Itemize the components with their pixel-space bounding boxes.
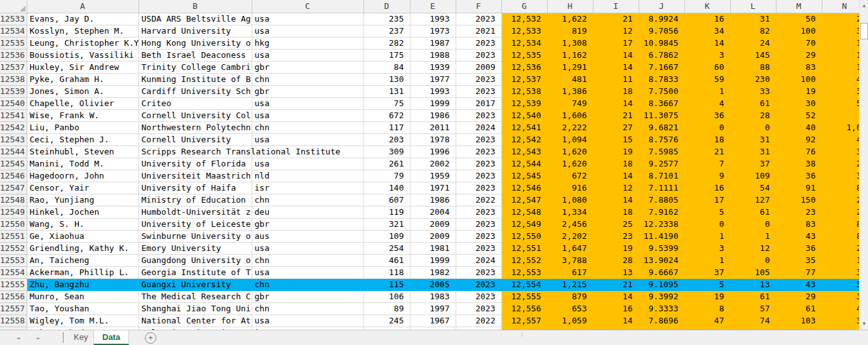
cell[interactable]: 60 bbox=[684, 61, 730, 73]
cell[interactable]: 309 bbox=[363, 145, 410, 158]
cell[interactable]: 5 bbox=[684, 278, 730, 290]
cell[interactable]: 2023 bbox=[456, 13, 501, 25]
cell[interactable]: 109 bbox=[363, 230, 410, 242]
cell[interactable]: isr bbox=[252, 182, 363, 194]
cell[interactable]: 607 bbox=[363, 194, 410, 206]
cell[interactable]: Humboldt-Universität z bbox=[139, 206, 252, 218]
tab-data[interactable]: Data bbox=[93, 330, 129, 345]
cell[interactable]: Munro, Sean bbox=[27, 290, 139, 302]
cell[interactable]: 4 bbox=[822, 73, 859, 85]
cell[interactable]: 83 bbox=[776, 218, 822, 230]
cell[interactable]: gbr bbox=[252, 85, 363, 97]
sheet-nav-right-icon[interactable]: ► bbox=[37, 334, 40, 342]
cell[interactable]: 52 bbox=[776, 109, 822, 121]
cell[interactable]: Ceci, Stephen J. bbox=[27, 133, 139, 145]
cell[interactable]: 4 bbox=[684, 97, 730, 109]
cell[interactable]: University of Haifa bbox=[139, 182, 252, 194]
cell[interactable]: Cardiff University Sch bbox=[139, 85, 252, 97]
cell[interactable]: Hong Kong University o bbox=[139, 37, 252, 49]
cell[interactable]: 2022 bbox=[456, 315, 501, 327]
row-header[interactable]: 12539 bbox=[0, 85, 27, 97]
cell[interactable]: 0 bbox=[730, 218, 776, 230]
cell[interactable]: 117 bbox=[363, 121, 410, 133]
cell[interactable]: 2023 bbox=[456, 85, 501, 97]
cell[interactable]: Kosslyn, Stephen M. bbox=[27, 25, 139, 37]
cell[interactable]: 23 bbox=[776, 206, 822, 218]
cell[interactable]: 3 bbox=[822, 315, 859, 327]
cell[interactable]: 18 bbox=[593, 158, 639, 170]
cell[interactable]: 23 bbox=[593, 230, 639, 242]
cell[interactable]: 150 bbox=[776, 194, 822, 206]
cell[interactable]: 12,551 bbox=[501, 242, 547, 254]
column-header-I[interactable]: I bbox=[593, 0, 639, 13]
tab-key[interactable]: Key bbox=[65, 330, 96, 345]
cell[interactable]: 2 bbox=[822, 158, 859, 170]
cell[interactable]: 1978 bbox=[410, 133, 456, 145]
cell[interactable]: 1,386 bbox=[547, 85, 593, 97]
cell[interactable]: 1 bbox=[730, 230, 776, 242]
cell[interactable]: 13 bbox=[730, 278, 776, 290]
cell[interactable]: 77 bbox=[776, 266, 822, 278]
add-sheet-button[interactable]: + bbox=[145, 332, 156, 344]
cell[interactable]: Swinburne University o bbox=[139, 230, 252, 242]
cell[interactable]: 83 bbox=[776, 61, 822, 73]
cell[interactable]: Zhu, Bangzhu bbox=[27, 278, 139, 290]
cell[interactable]: 2022 bbox=[456, 194, 501, 206]
cell[interactable]: Huxley, Sir Andrew bbox=[27, 61, 139, 73]
cell[interactable]: 50 bbox=[776, 13, 822, 25]
cell[interactable]: 3,788 bbox=[547, 254, 593, 266]
cell[interactable]: 2024 bbox=[456, 121, 501, 133]
row-header[interactable]: 12543 bbox=[0, 133, 27, 145]
cell[interactable]: 1973 bbox=[410, 25, 456, 37]
cell[interactable]: 1986 bbox=[410, 109, 456, 121]
cell[interactable]: 61 bbox=[776, 302, 822, 315]
cell[interactable]: nld bbox=[252, 170, 363, 182]
cell[interactable]: 672 bbox=[547, 170, 593, 182]
column-header-F[interactable]: F bbox=[456, 0, 501, 13]
cell[interactable]: 92 bbox=[776, 133, 822, 145]
row-header[interactable]: 12551 bbox=[0, 230, 27, 242]
cell[interactable]: 47 bbox=[684, 315, 730, 327]
cell[interactable]: 2009 bbox=[456, 61, 501, 73]
cell[interactable]: 0 bbox=[730, 121, 776, 133]
cell[interactable]: Boussiotis, Vassiliki bbox=[27, 49, 139, 61]
cell[interactable]: 29 bbox=[776, 290, 822, 302]
cell[interactable]: 672 bbox=[363, 109, 410, 121]
row-header[interactable]: 12547 bbox=[0, 182, 27, 194]
cell[interactable]: 1982 bbox=[410, 266, 456, 278]
cell[interactable]: 653 bbox=[547, 302, 593, 315]
cell[interactable]: 37 bbox=[684, 266, 730, 278]
cell[interactable]: 2023 bbox=[456, 37, 501, 49]
cell[interactable]: 16 bbox=[684, 13, 730, 25]
cell[interactable]: 82 bbox=[730, 25, 776, 37]
cell[interactable]: 76 bbox=[776, 145, 822, 158]
cell[interactable]: 11.3075 bbox=[639, 109, 684, 121]
cell[interactable]: Shanghai Jiao Tong Uni bbox=[139, 302, 252, 315]
cell[interactable]: Guangdong University o bbox=[139, 254, 252, 266]
cell[interactable]: 119 bbox=[363, 206, 410, 218]
cell[interactable]: 118 bbox=[363, 266, 410, 278]
cell[interactable]: 12,549 bbox=[501, 218, 547, 230]
row-header[interactable]: 12545 bbox=[0, 158, 27, 170]
cell[interactable]: usa bbox=[252, 25, 363, 37]
cell[interactable]: 7.8696 bbox=[639, 315, 684, 327]
cell[interactable]: 1,620 bbox=[547, 145, 593, 158]
cell[interactable]: 1 bbox=[684, 85, 730, 97]
cell[interactable]: 12,535 bbox=[501, 49, 547, 61]
cell[interactable]: 2005 bbox=[410, 278, 456, 290]
cell[interactable]: 7 bbox=[684, 158, 730, 170]
cell[interactable]: 12 bbox=[593, 182, 639, 194]
cell[interactable]: 2023 bbox=[456, 218, 501, 230]
cell[interactable]: usa bbox=[252, 315, 363, 327]
row-header[interactable]: 12535 bbox=[0, 37, 27, 49]
cell[interactable]: 6.7862 bbox=[639, 49, 684, 61]
cell[interactable]: Ge, Xiaohua bbox=[27, 230, 139, 242]
cell[interactable]: 1 bbox=[822, 49, 859, 61]
cell[interactable]: 12,553 bbox=[501, 266, 547, 278]
cell[interactable]: 2023 bbox=[456, 266, 501, 278]
cell[interactable]: 2023 bbox=[456, 170, 501, 182]
cell[interactable]: 1,291 bbox=[547, 61, 593, 73]
cell[interactable]: Georgia Institute of T bbox=[139, 266, 252, 278]
cell[interactable]: 16 bbox=[684, 182, 730, 194]
row-header[interactable]: 12552 bbox=[0, 242, 27, 254]
